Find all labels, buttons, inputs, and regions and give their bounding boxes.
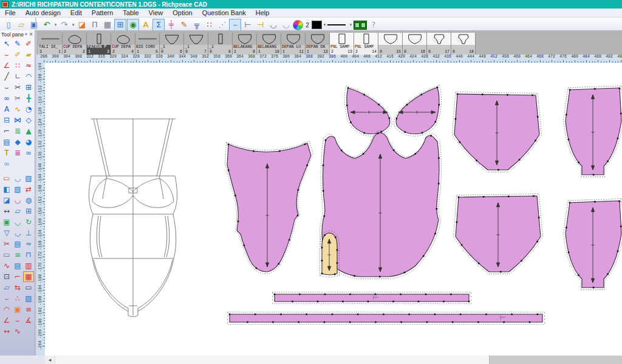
edit-point-tool-icon[interactable]: ✐	[23, 38, 34, 49]
swap-tool-icon[interactable]: ⇆	[12, 282, 23, 293]
menu-item-question-bank[interactable]: Question Bank	[197, 8, 251, 17]
pen-tool-icon[interactable]: ✎	[12, 38, 23, 49]
angle-line-tool-icon[interactable]: ∠	[1, 60, 12, 71]
kit-tool-icon[interactable]: ✂	[1, 238, 12, 249]
pattern-tab-3-patrun-p[interactable]: PATRUN P13	[87, 33, 111, 55]
angle-red-tool-icon[interactable]: ∠	[1, 315, 12, 326]
adjust-sliders-button[interactable]: ╪	[165, 19, 177, 31]
line-style-selector-dropdown-icon[interactable]: ▾	[349, 19, 353, 31]
select-tool-icon[interactable]: ↖	[1, 38, 12, 49]
pin-icon[interactable]: ⌖	[24, 32, 29, 38]
pattern-tab-14-pnl-samp[interactable]: PNL SAMP214	[354, 33, 378, 55]
segment-tool-icon[interactable]: ╱	[1, 71, 12, 82]
link-tool-icon[interactable]: ∞	[23, 147, 34, 158]
rect-select-tool-icon[interactable]: ▭	[23, 282, 34, 293]
panty-front-top[interactable]	[563, 86, 622, 177]
pattern-tab-11-depan-lu[interactable]: DEPAN LU111	[281, 33, 306, 55]
lock-annotate-button[interactable]: A	[140, 19, 152, 31]
eraser-button[interactable]: ◪	[76, 19, 88, 31]
notch-measure-button[interactable]: ⊣	[255, 19, 267, 31]
pleat-tool-icon[interactable]: ▤	[1, 136, 12, 147]
mold-cup-tool-icon[interactable]: ◡	[12, 217, 23, 228]
menu-item-file[interactable]: File	[0, 8, 21, 17]
square-ruler-tool-icon[interactable]: ∟	[12, 71, 23, 82]
pocket-tool-icon[interactable]: ◡	[12, 173, 23, 184]
scan-tool-icon[interactable]: ▨	[23, 293, 34, 304]
zigzag-measure-tool-icon[interactable]: ∿	[12, 326, 23, 337]
compass-a-tool-icon[interactable]: A	[1, 104, 12, 115]
pattern-tab-18[interactable]: 018	[451, 33, 476, 55]
unlink-tool-icon[interactable]: ∞	[1, 158, 12, 169]
menu-item-auto-design[interactable]: Auto design	[21, 8, 66, 17]
pattern-tab-16[interactable]: 016	[403, 33, 427, 55]
table-stand-button[interactable]: Π	[89, 19, 101, 31]
binder-tool-icon[interactable]: ▥	[23, 260, 34, 271]
trend-chart-button[interactable]: ⋰	[216, 19, 228, 31]
cup-a-button[interactable]: ◡	[267, 19, 279, 31]
fabric-tool-icon[interactable]: ▧	[12, 184, 23, 195]
protractor-tool-icon[interactable]: ◔	[23, 104, 34, 115]
undo-button-dropdown-icon[interactable]: ▾	[53, 19, 58, 31]
technical-sketch-drawing[interactable]	[89, 119, 177, 317]
scatter-chart-button[interactable]: ∷	[203, 19, 216, 31]
animation-button[interactable]	[354, 21, 367, 30]
spectacles-tool-icon[interactable]: ∞	[1, 93, 12, 104]
paint-brush-button[interactable]: ✎	[178, 19, 190, 31]
stitch-green-tool-icon[interactable]: ≡	[12, 249, 23, 260]
snap-cross-tool-icon[interactable]: ╋	[23, 93, 34, 104]
h-measure-tool-icon[interactable]: ↔	[1, 326, 12, 337]
plaid-panel-tool-icon[interactable]: ▦	[23, 271, 34, 282]
mountain-tool-icon[interactable]: ▲	[23, 126, 34, 136]
dart-tool-icon[interactable]: ◪	[1, 195, 12, 206]
bend-tool-icon[interactable]: ⌣	[12, 315, 23, 326]
pair-cups-tool-icon[interactable]: ◡	[12, 228, 23, 238]
menu-item-view[interactable]: View	[144, 8, 168, 17]
highlighter-tool-icon[interactable]: ✐	[12, 49, 23, 60]
seam-allowance-tool-icon[interactable]: ▭	[1, 173, 12, 184]
curtain-tool-icon[interactable]: ▤	[12, 238, 23, 249]
menu-item-option[interactable]: Option	[168, 8, 197, 17]
pattern-tab-13-pnl-samp[interactable]: PNL SAMP213	[330, 33, 354, 55]
panel-tool-icon[interactable]: ▭	[1, 249, 12, 260]
texture-tool-icon[interactable]: ▨	[23, 173, 34, 184]
scissors-tool-icon[interactable]: ✂	[12, 82, 23, 93]
back-bodice-piece[interactable]	[320, 131, 441, 279]
scroll-left-icon[interactable]: ◂	[45, 356, 55, 364]
pattern-tab-17[interactable]: 017	[427, 33, 451, 55]
shield-piece-button[interactable]: ◉	[127, 19, 139, 31]
sigma-measure-button[interactable]: Σ	[152, 19, 165, 31]
close-icon[interactable]: ×	[29, 32, 33, 37]
menu-item-edit[interactable]: Edit	[66, 8, 87, 17]
seam-measure-button[interactable]: ⊢	[242, 19, 254, 31]
pattern-tab-15[interactable]: 015	[378, 33, 403, 55]
marker-tool-icon[interactable]: ▰	[23, 49, 34, 60]
scrollbar-thumb[interactable]	[55, 356, 490, 364]
panty-back-bottom[interactable]	[454, 194, 543, 274]
stripe-colors-tool-icon[interactable]: ≣	[12, 126, 23, 136]
save-button[interactable]: ▣	[28, 19, 40, 31]
dot-line-tool-icon[interactable]: ∴	[12, 293, 23, 304]
cup-shaper-tool-icon[interactable]: ◡	[12, 195, 23, 206]
copy-shape-tool-icon[interactable]: ⊞	[23, 82, 34, 93]
flip-piece-tool-icon[interactable]: ⇄	[23, 184, 34, 195]
bra-cup-left[interactable]	[344, 86, 392, 136]
pattern-tab-4-cup-depa[interactable]: CUP DEPA24	[111, 33, 135, 55]
color-swatch-button-dropdown-icon[interactable]: ▾	[323, 19, 327, 31]
corner-join-tool-icon[interactable]: ⌐	[12, 271, 23, 282]
point-spread-tool-icon[interactable]: ∷	[12, 60, 23, 71]
grid-button[interactable]: ▦	[101, 19, 114, 31]
horizontal-scrollbar[interactable]: ◂	[45, 356, 622, 364]
menu-item-pattern[interactable]: Pattern	[87, 8, 118, 17]
rotate-piece-tool-icon[interactable]: ↻	[23, 217, 34, 228]
hierarchy-button[interactable]: ╦	[191, 19, 203, 31]
color-swatch-button[interactable]	[312, 21, 322, 29]
t-square-tool-icon[interactable]: T	[1, 147, 12, 158]
button-grid-tool-icon[interactable]: ◍	[23, 195, 34, 206]
smooth-curve-tool-icon[interactable]: ⌣	[1, 293, 12, 304]
context-help-button[interactable]: ?	[367, 19, 380, 31]
pattern-tab-2-cup-depa[interactable]: CUP DEPA22	[63, 33, 87, 55]
zigzag-tool-icon[interactable]: ∿	[1, 260, 12, 271]
color-wheel-button[interactable]	[293, 20, 303, 30]
stack-tool-icon[interactable]: ▤	[12, 260, 23, 271]
trim-tool-icon[interactable]: ✂	[12, 93, 23, 104]
